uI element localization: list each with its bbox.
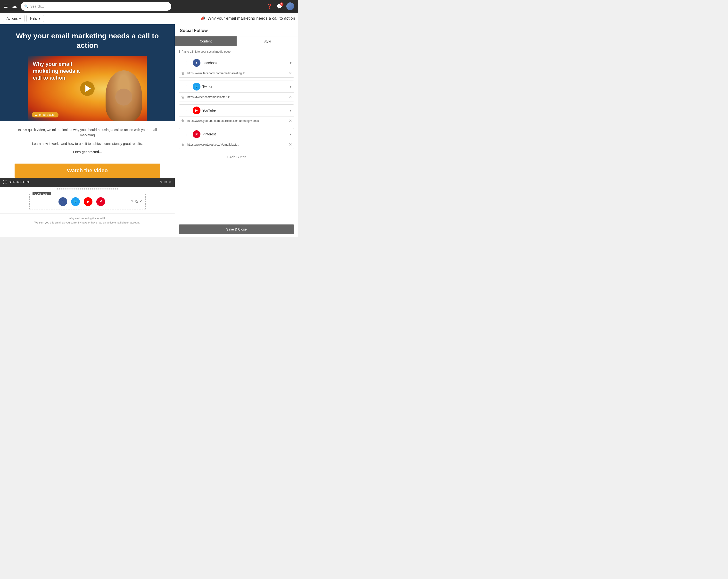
tab-style[interactable]: Style (237, 36, 298, 46)
structure-icons: ✎ ⧉ ✕ (160, 180, 172, 184)
close-structure-icon[interactable]: ✕ (169, 180, 172, 184)
expand-icon[interactable]: ⛶ (3, 180, 7, 184)
delete-content-icon[interactable]: ✕ (139, 200, 142, 204)
drag-handle-pinterest[interactable]: ⋮⋮ (179, 132, 191, 137)
help-chevron-icon: ▾ (38, 17, 40, 20)
duplicate-structure-icon[interactable]: ⧉ (164, 180, 167, 184)
top-bar: ☰ ☁ 🔍 ❓ 💬 5 (0, 0, 298, 12)
facebook-social-icon[interactable]: f (58, 197, 67, 206)
email-footer: Why am I recieving this email?: We sent … (0, 213, 175, 228)
pinterest-clear-icon[interactable]: ✕ (287, 140, 294, 149)
pinterest-url-input[interactable] (186, 141, 287, 148)
right-panel: Social Follow Content Style ℹ Paste a li… (175, 24, 298, 237)
social-row-header-youtube: ⋮⋮ ▶ YouTube ▾ (179, 104, 294, 116)
youtube-social-icon[interactable]: ▶ (84, 197, 93, 206)
twitter-icon: 🐦 (193, 83, 201, 90)
facebook-clear-icon[interactable]: ✕ (287, 69, 294, 77)
second-bar: Actions ▾ Help ▾ 📣 Why your email market… (0, 12, 298, 24)
social-row-youtube: ⋮⋮ ▶ YouTube ▾ 🗑 ✕ (179, 104, 294, 125)
pinterest-trash-icon[interactable]: 🗑 (179, 141, 186, 149)
actions-label: Actions (6, 17, 18, 20)
hamburger-icon[interactable]: ☰ (4, 4, 8, 9)
video-title-overlay: Why your email marketing needs a call to… (33, 61, 81, 82)
youtube-clear-icon[interactable]: ✕ (287, 116, 294, 125)
page-title: Why your email marketing needs a call to… (207, 16, 295, 21)
facebook-url-input[interactable] (186, 70, 287, 77)
panel-body: ℹ Paste a link to your social media page… (175, 46, 298, 221)
add-button-row[interactable]: + Add Button (179, 152, 294, 162)
main-area: Why your email marketing needs a call to… (0, 24, 298, 237)
body-p2: Learn how it works and how to use it to … (15, 141, 160, 146)
email-header-title: Why your email marketing needs a call to… (10, 31, 165, 50)
tab-bar: Content Style (175, 36, 298, 46)
twitter-name: Twitter (202, 85, 288, 88)
body-cta: Let's get started... (15, 149, 160, 155)
video-badge: ☁ email blaster (32, 112, 58, 117)
actions-button[interactable]: Actions ▾ (3, 15, 25, 22)
email-header-section: Why your email marketing needs a call to… (0, 24, 175, 56)
pinterest-social-icon[interactable]: P (96, 197, 105, 206)
drag-handle-twitter[interactable]: ⋮⋮ (179, 84, 191, 89)
youtube-icon: ▶ (193, 107, 201, 114)
help-icon[interactable]: ❓ (266, 3, 272, 9)
facebook-icon: f (193, 59, 201, 67)
pinterest-name: Pinterest (202, 132, 288, 136)
social-row-facebook: ⋮⋮ f Facebook ▾ 🗑 ✕ (179, 57, 294, 78)
video-thumbnail-bg: Why your email marketing needs a call to… (28, 56, 147, 121)
content-wrapper: CONTENT f 🐦 ▶ P ✎ ⧉ ✕ (0, 191, 175, 213)
facebook-name: Facebook (202, 61, 288, 65)
twitter-clear-icon[interactable]: ✕ (287, 93, 294, 101)
save-close-button[interactable]: Save & Close (179, 225, 294, 234)
search-icon: 🔍 (24, 4, 28, 8)
hint-row: ℹ Paste a link to your social media page… (179, 50, 294, 53)
twitter-chevron-icon[interactable]: ▾ (290, 85, 294, 88)
pinterest-chevron-icon[interactable]: ▾ (290, 132, 294, 136)
drag-handle-youtube[interactable]: ⋮⋮ (179, 108, 191, 113)
structure-bar-left: ⛶ STRUCTURE (3, 180, 30, 184)
twitter-url-row: 🗑 ✕ (179, 93, 294, 101)
email-preview-inner: Why your email marketing needs a call to… (0, 24, 175, 237)
youtube-name: YouTube (202, 108, 288, 112)
play-button[interactable] (80, 81, 95, 96)
duplicate-content-icon[interactable]: ⧉ (135, 200, 138, 204)
youtube-trash-icon[interactable]: 🗑 (179, 117, 186, 125)
footer-line2: We sent you this email as you currently … (15, 220, 160, 225)
social-row-header-twitter: ⋮⋮ 🐦 Twitter ▾ (179, 81, 294, 93)
facebook-url-row: 🗑 ✕ (179, 69, 294, 78)
twitter-trash-icon[interactable]: 🗑 (179, 93, 186, 101)
hint-icon: ℹ (179, 50, 180, 53)
tab-content[interactable]: Content (175, 36, 237, 46)
facebook-trash-icon[interactable]: 🗑 (179, 70, 186, 77)
panel-title: Social Follow (175, 24, 298, 36)
avatar[interactable] (286, 2, 294, 10)
notifications-icon[interactable]: 💬 5 (277, 3, 283, 9)
drag-handle-facebook[interactable]: ⋮⋮ (179, 61, 191, 65)
twitter-url-input[interactable] (186, 94, 287, 101)
body-p1: In this quick video, we take a look at w… (15, 127, 160, 138)
social-row-header-facebook: ⋮⋮ f Facebook ▾ (179, 57, 294, 69)
structure-bar: ⛶ STRUCTURE ✎ ⧉ ✕ (0, 178, 175, 187)
edit-structure-icon[interactable]: ✎ (160, 180, 163, 184)
notification-badge: 5 (280, 2, 283, 6)
edit-content-icon[interactable]: ✎ (131, 200, 134, 204)
watch-button[interactable]: Watch the video (15, 163, 160, 178)
social-row-pinterest: ⋮⋮ P Pinterest ▾ 🗑 ✕ (179, 128, 294, 149)
video-thumbnail[interactable]: Why your email marketing needs a call to… (28, 56, 147, 121)
email-preview: Why your email marketing needs a call to… (0, 24, 175, 237)
pinterest-icon: P (193, 130, 201, 138)
footer-line1: Why am I recieving this email?: (15, 216, 160, 221)
structure-label: STRUCTURE (9, 180, 30, 184)
help-label: Help (30, 17, 37, 20)
social-row-header-pinterest: ⋮⋮ P Pinterest ▾ (179, 128, 294, 140)
facebook-chevron-icon[interactable]: ▾ (290, 61, 294, 65)
youtube-chevron-icon[interactable]: ▾ (290, 108, 294, 112)
social-icons-row: f 🐦 ▶ P (32, 197, 131, 206)
social-row-twitter: ⋮⋮ 🐦 Twitter ▾ 🗑 ✕ (179, 81, 294, 101)
search-bar: 🔍 (21, 2, 171, 11)
help-button[interactable]: Help ▾ (26, 15, 44, 22)
hint-text: Paste a link to your social media page. (182, 50, 231, 53)
search-input[interactable] (30, 4, 168, 8)
youtube-url-input[interactable] (186, 117, 287, 125)
actions-chevron-icon: ▾ (19, 17, 21, 20)
twitter-social-icon[interactable]: 🐦 (71, 197, 80, 206)
